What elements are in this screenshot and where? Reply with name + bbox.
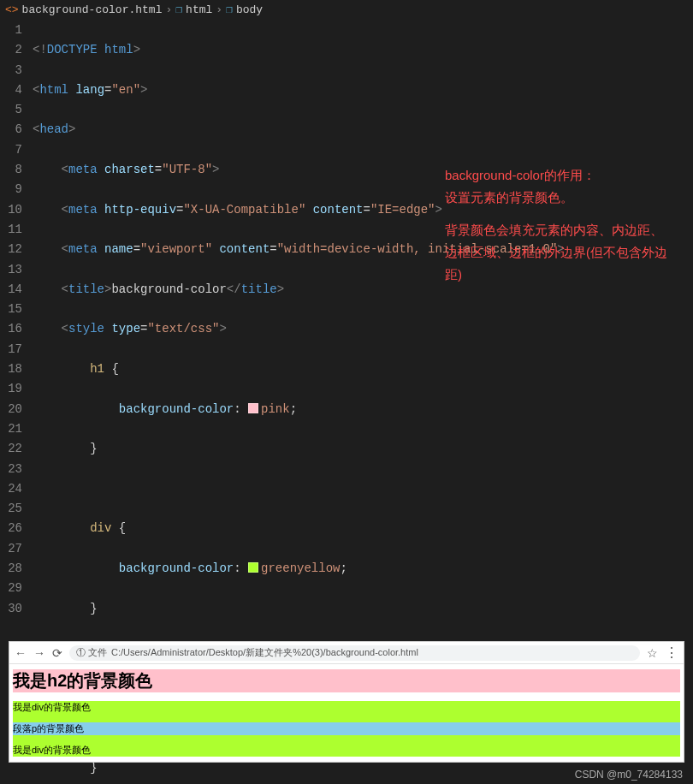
color-swatch-greenyellow xyxy=(248,562,258,573)
div-text: 我是div的背景颜色 xyxy=(13,701,680,714)
forward-icon[interactable]: → xyxy=(33,646,45,660)
line-number: 24 xyxy=(0,479,22,499)
line-number: 14 xyxy=(0,280,22,300)
browser-preview: ← → ⟳ ① 文件 C:/Users/Administrator/Deskto… xyxy=(9,641,684,763)
line-number: 20 xyxy=(0,400,22,419)
chevron-right-icon: › xyxy=(165,3,172,16)
watermark: CSDN @m0_74284133 xyxy=(575,769,683,781)
line-number: 27 xyxy=(0,539,22,559)
line-number: 5 xyxy=(0,100,22,120)
line-number: 26 xyxy=(0,519,22,538)
line-number: 2 xyxy=(0,40,22,60)
line-number: 1 xyxy=(0,21,22,40)
line-number: 11 xyxy=(0,220,22,240)
line-number: 8 xyxy=(0,160,22,180)
color-swatch-pink xyxy=(248,403,258,413)
browser-toolbar: ← → ⟳ ① 文件 C:/Users/Administrator/Deskto… xyxy=(9,642,684,664)
star-icon[interactable]: ☆ xyxy=(647,646,658,660)
menu-icon[interactable]: ⋮ xyxy=(665,644,678,661)
page-paragraph: 段落p的背景颜色 xyxy=(13,722,680,735)
chevron-right-icon: › xyxy=(216,3,222,16)
line-number: 23 xyxy=(0,460,22,479)
address-bar[interactable]: ① 文件 C:/Users/Administrator/Desktop/新建文件… xyxy=(69,645,640,661)
line-number: 16 xyxy=(0,319,22,339)
line-number: 22 xyxy=(0,439,22,459)
line-number: 25 xyxy=(0,499,22,519)
breadcrumb-html[interactable]: html xyxy=(186,3,212,16)
line-number: 4 xyxy=(0,80,22,100)
url-text: C:/Users/Administrator/Desktop/新建文件夹%20(… xyxy=(111,646,418,659)
line-number: 12 xyxy=(0,240,22,259)
page-heading: 我是h2的背景颜色 xyxy=(13,669,680,692)
url-prefix: ① 文件 xyxy=(76,646,107,659)
reload-icon[interactable]: ⟳ xyxy=(52,646,62,660)
rendered-page: 我是h2的背景颜色 我是div的背景颜色 段落p的背景颜色 我是div的背景颜色 xyxy=(9,664,684,762)
file-icon: <> xyxy=(5,3,19,16)
line-number: 19 xyxy=(0,379,22,399)
line-number: 17 xyxy=(0,340,22,359)
line-number: 10 xyxy=(0,200,22,220)
div-text: 我是div的背景颜色 xyxy=(13,744,680,757)
line-number: 9 xyxy=(0,180,22,199)
line-number: 29 xyxy=(0,579,22,598)
back-icon[interactable]: ← xyxy=(15,646,27,660)
line-number: 21 xyxy=(0,419,22,439)
line-number: 18 xyxy=(0,359,22,379)
line-number: 6 xyxy=(0,120,22,140)
node-icon: ❐ xyxy=(226,3,233,16)
breadcrumb-body[interactable]: body xyxy=(236,3,263,16)
line-number: 28 xyxy=(0,559,22,579)
line-number: 3 xyxy=(0,61,22,80)
line-number: 13 xyxy=(0,260,22,280)
line-number: 30 xyxy=(0,599,22,619)
line-number: 7 xyxy=(0,140,22,160)
line-number: 15 xyxy=(0,300,22,319)
breadcrumb: <> background-color.html › ❐ html › ❐ bo… xyxy=(0,0,693,19)
node-icon: ❐ xyxy=(175,3,182,16)
breadcrumb-file[interactable]: background-color.html xyxy=(22,3,163,16)
page-div: 我是div的背景颜色 段落p的背景颜色 我是div的背景颜色 xyxy=(13,701,680,757)
